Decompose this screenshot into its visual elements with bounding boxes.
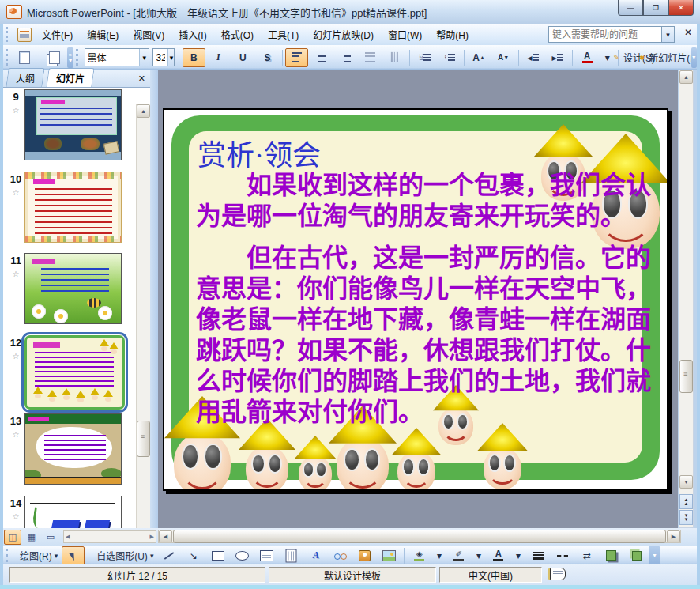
textbox-tool-button[interactable] — [255, 546, 278, 565]
language-status[interactable]: 中文(中国) — [439, 567, 542, 583]
dash-style-button[interactable] — [551, 546, 574, 565]
scroll-left-icon[interactable]: ◀ — [159, 530, 172, 542]
editor-horizontal-scrollbar[interactable]: ◀ ▶ — [158, 530, 681, 543]
scroll-down-icon[interactable]: ▼ — [679, 475, 693, 489]
menu-tools[interactable]: 工具(T) — [261, 25, 306, 44]
normal-view-button[interactable]: ◫ — [4, 530, 21, 545]
shadow-style-button[interactable] — [600, 546, 623, 565]
menu-insert[interactable]: 插入(I) — [171, 25, 213, 44]
toolbar-overflow-button[interactable]: ▾ — [691, 47, 698, 68]
menu-format[interactable]: 格式(O) — [214, 25, 261, 44]
toolbar-grip[interactable] — [6, 49, 10, 66]
toolbar-grip[interactable] — [6, 27, 12, 42]
scroll-right-icon[interactable]: ▶ — [667, 530, 680, 542]
font-size-dropdown-icon[interactable]: ▾ — [167, 49, 174, 66]
slide-thumbnail-14[interactable]: 14☆ — [3, 496, 150, 528]
arrow-style-button[interactable]: ⇄ — [575, 546, 598, 565]
arrow-tool-button[interactable]: ↘ — [182, 546, 205, 565]
scroll-up-icon[interactable]: ▲ — [679, 70, 693, 84]
line-color-button[interactable]: ✐ — [447, 546, 470, 565]
tab-outline[interactable]: 大纲 — [6, 68, 44, 87]
font-color-dropdown-icon[interactable]: ▾ — [511, 546, 525, 565]
slide-thumbnail-11[interactable]: 11☆ — [3, 253, 150, 326]
help-search-box[interactable]: ▾ — [548, 26, 675, 43]
vertical-textbox-tool-button[interactable] — [280, 546, 303, 565]
toolbar-options-button[interactable]: » ▾ — [67, 47, 73, 68]
numbered-list-button[interactable]: 123 — [413, 48, 436, 67]
scroll-right-icon[interactable]: ▶ — [150, 534, 154, 540]
distribute-button[interactable] — [359, 48, 382, 67]
slide-title[interactable]: 赏析·领会 — [198, 132, 321, 173]
panel-scrollbar[interactable]: ▲ ▼ — [136, 104, 150, 528]
editor-vertical-scrollbar[interactable]: ▲ ▼ ▲▲ ▼▼ — [679, 70, 694, 528]
align-right-button[interactable] — [334, 48, 357, 67]
help-search-input[interactable] — [549, 29, 661, 40]
bullet-list-button[interactable]: ••• — [438, 48, 461, 67]
font-name-combo[interactable]: ▾ — [85, 48, 150, 66]
bold-button[interactable]: B — [183, 48, 205, 67]
decrease-font-button[interactable]: A▼ — [492, 48, 515, 67]
design-button[interactable]: ✎设计(S) — [621, 48, 649, 67]
oval-tool-button[interactable] — [231, 546, 254, 565]
slideshow-view-button[interactable]: ▭ — [42, 530, 59, 545]
rectangle-tool-button[interactable] — [206, 546, 229, 565]
drawbar-overflow-button[interactable]: ▾ — [649, 546, 660, 566]
insert-picture-button[interactable] — [378, 546, 401, 565]
slide-thumbnail-13[interactable]: 13☆ — [3, 413, 150, 486]
menu-file[interactable]: 文件(F) — [35, 25, 80, 44]
align-center-button[interactable] — [310, 48, 333, 67]
increase-indent-button[interactable]: ▸ — [546, 48, 569, 67]
new-document-button[interactable] — [13, 48, 36, 67]
font-color-button[interactable]: A — [487, 546, 510, 565]
slide-body-text[interactable]: 如果收到这样的一个包裹，我们会认为是哪一位淘气的朋友寄来开玩笑的。 但在古代，这… — [196, 170, 657, 439]
clipart-button[interactable] — [353, 546, 376, 565]
diagram-button[interactable] — [329, 546, 352, 565]
scroll-left-icon[interactable]: ◀ — [66, 534, 70, 540]
help-dropdown-icon[interactable]: ▾ — [661, 27, 674, 42]
font-name-input[interactable] — [85, 52, 139, 63]
slide-thumbnail-10[interactable]: 10☆ — [3, 172, 150, 244]
decrease-indent-button[interactable]: ◂ — [521, 48, 544, 67]
document-close-icon[interactable]: ✕ — [684, 27, 692, 38]
toolbar-grip[interactable] — [6, 549, 12, 561]
menu-slideshow[interactable]: 幻灯片放映(D) — [306, 25, 381, 44]
fill-color-button[interactable]: ◈ — [408, 546, 431, 565]
font-color-button[interactable]: A — [576, 48, 599, 67]
close-button[interactable]: ✕ — [668, 0, 694, 16]
line-style-button[interactable] — [526, 546, 549, 565]
line-tool-button[interactable] — [157, 546, 180, 565]
panel-horizontal-scrollbar[interactable]: ◀ ▶ — [63, 530, 156, 543]
select-objects-button[interactable] — [62, 546, 85, 565]
restore-button[interactable]: ❐ — [643, 0, 668, 16]
panel-scroll-thumb[interactable] — [137, 421, 150, 457]
scroll-thumb[interactable] — [173, 530, 666, 543]
draw-menu-button[interactable]: 绘图(R)▾ — [15, 546, 60, 565]
italic-button[interactable]: I — [207, 48, 230, 67]
menu-edit[interactable]: 编辑(E) — [80, 25, 126, 44]
panel-close-icon[interactable]: ✕ — [138, 74, 145, 84]
wordart-button[interactable]: A — [304, 546, 327, 565]
font-size-combo[interactable]: ▾ — [152, 48, 175, 66]
minimize-button[interactable]: — — [618, 0, 643, 16]
font-color-dropdown-icon[interactable]: ▾ — [600, 48, 615, 67]
fill-color-dropdown-icon[interactable]: ▾ — [432, 546, 446, 565]
3d-style-button[interactable] — [624, 546, 647, 565]
autoshapes-menu-button[interactable]: 自选图形(U)▾ — [92, 546, 156, 565]
scroll-thumb[interactable] — [679, 360, 693, 393]
font-size-input[interactable] — [153, 52, 167, 63]
slide-sorter-view-button[interactable]: ▦ — [23, 530, 40, 545]
next-slide-button[interactable]: ▼▼ — [679, 510, 693, 525]
copy-button[interactable] — [43, 48, 66, 67]
new-slide-button[interactable]: ✱新幻灯片(N) — [651, 48, 690, 67]
menu-view[interactable]: 视图(V) — [126, 25, 171, 44]
panel-scroll-up-icon[interactable]: ▲ — [137, 104, 150, 118]
toolbar-grip[interactable] — [76, 49, 81, 66]
slide-thumbnail-9[interactable]: 9☆ — [3, 89, 150, 162]
increase-font-button[interactable]: A▲ — [468, 48, 491, 67]
underline-button[interactable]: U — [231, 48, 254, 67]
slide-thumbnail-12[interactable]: 12☆ — [3, 335, 150, 408]
align-left-button[interactable] — [285, 48, 308, 67]
slide-canvas[interactable]: 赏析·领会 如果收到这样的一个包裹，我们会认为是哪一位淘气的朋友寄来开玩笑的。 … — [163, 108, 668, 491]
font-name-dropdown-icon[interactable]: ▾ — [139, 49, 149, 66]
panel-splitter[interactable] — [150, 70, 158, 528]
